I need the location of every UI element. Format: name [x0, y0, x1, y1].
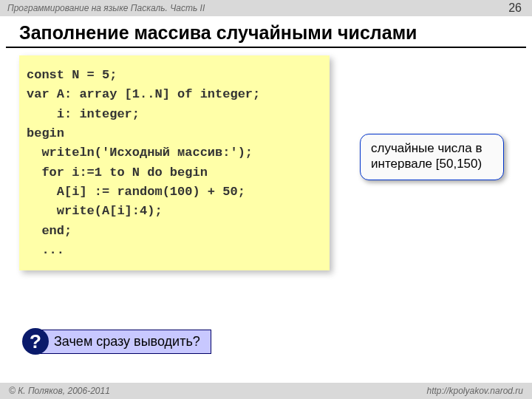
code-line: A[i] := random(100) + 50; — [27, 183, 313, 202]
code-line: ... — [27, 241, 313, 260]
callout-line: интервале [50,150) — [371, 156, 493, 171]
footer-bar: © К. Поляков, 2006-2011 http://kpolyakov… — [0, 383, 532, 399]
code-line: var A: array [1..N] of integer; — [27, 85, 313, 104]
code-line: i: integer; — [27, 105, 313, 124]
question-text: Зачем сразу выводить? — [35, 330, 211, 354]
code-line: begin — [27, 124, 313, 143]
page-number: 26 — [508, 1, 522, 15]
question-prompt: ? Зачем сразу выводить? — [16, 328, 211, 355]
code-line: end; — [27, 222, 313, 241]
code-line: const N = 5; — [27, 66, 313, 85]
code-block: const N = 5; var A: array [1..N] of inte… — [19, 55, 330, 270]
question-mark-icon: ? — [22, 328, 49, 355]
code-line: writeln('Исходный массив:'); — [27, 143, 313, 163]
callout-line: случайные числа в — [371, 140, 493, 156]
callout-note: случайные числа в интервале [50,150) — [360, 134, 504, 180]
course-label: Программирование на языке Паскаль. Часть… — [7, 3, 205, 13]
copyright-label: © К. Поляков, 2006-2011 — [9, 386, 110, 396]
code-line: for i:=1 to N do begin — [27, 163, 313, 183]
footer-url: http://kpolyakov.narod.ru — [426, 386, 523, 396]
slide-title: Заполнение массива случайными числами — [6, 16, 526, 48]
header-bar: Программирование на языке Паскаль. Часть… — [0, 0, 532, 16]
code-line: write(A[i]:4); — [27, 202, 313, 221]
